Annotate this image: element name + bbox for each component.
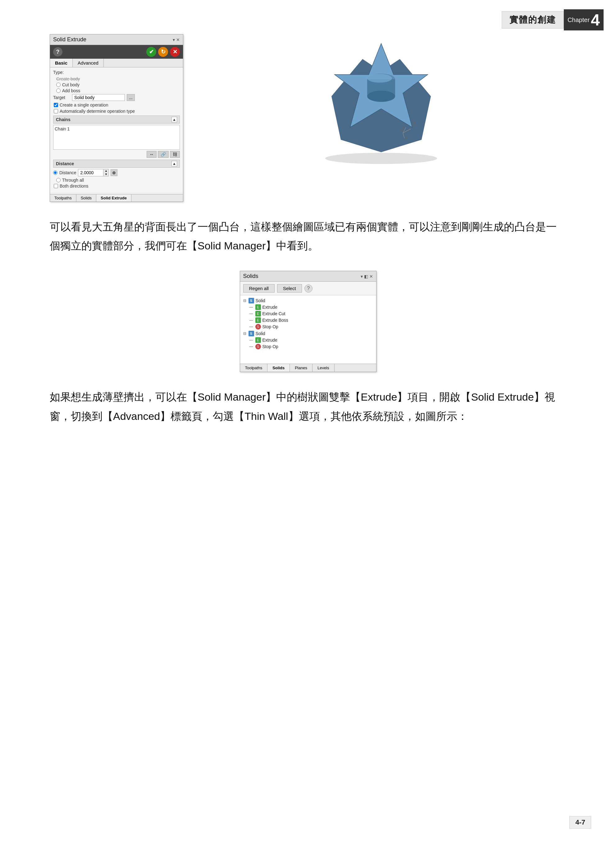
extrude-label-1: Extrude — [263, 305, 277, 310]
extrude-label-2: Extrude — [263, 338, 277, 343]
chains-edit-button[interactable]: 🔗 — [158, 151, 169, 158]
footer-tab-toolpaths[interactable]: Toolpaths — [50, 195, 76, 202]
chapter-title: 實體的創建 — [502, 11, 564, 29]
solid-icon-1: S — [248, 298, 254, 303]
solid-label-1: Solid — [256, 298, 265, 303]
solids-toolbar: Regen all Select ? — [240, 282, 376, 295]
chain-item-1[interactable]: Chain 1 — [55, 126, 178, 131]
dialog-footer-tabs: Toolpaths Solids Solid Extrude — [50, 194, 183, 202]
distance-radio[interactable] — [53, 170, 57, 175]
solids-footer-tab-levels[interactable]: Levels — [312, 364, 334, 372]
target-input[interactable] — [72, 94, 125, 101]
add-boss-radio[interactable] — [56, 88, 60, 93]
apply-button[interactable]: ↻ — [158, 47, 168, 57]
extrude-cut-icon: E — [255, 311, 261, 316]
line-icon-2: — — [249, 312, 253, 316]
chains-section-header: Chains ▲ — [53, 116, 180, 124]
chains-add-button[interactable]: ↔ — [147, 151, 157, 158]
single-operation-label: Create a single operation — [60, 103, 108, 107]
auto-determine-label: Automatically determine operation type — [60, 109, 135, 114]
through-all-option[interactable]: Through all — [56, 178, 180, 183]
distance-down-button[interactable]: ▼ — [103, 173, 109, 176]
create-body-option: Create body — [56, 76, 180, 81]
auto-determine-checkbox-row[interactable]: Automatically determine operation type — [54, 109, 180, 114]
solid-icon-2: S — [248, 331, 254, 336]
target-label: Target — [53, 95, 70, 100]
chapter-label: Chapter — [568, 16, 590, 23]
expand-icon-2: ⊟ — [243, 331, 246, 336]
distance-spinner: ▲ ▼ — [103, 169, 109, 176]
paragraph-1: 可以看見大五角星的背面長出了一個凸台，這樣整個繪圖區域已有兩個實體，可以注意到剛… — [50, 217, 566, 255]
dialog-title: Solid Extrude — [53, 36, 87, 43]
tree-item-extrude-cut[interactable]: — E Extrude Cut — [243, 311, 373, 316]
solids-title: Solids — [243, 273, 258, 280]
both-directions-checkbox[interactable] — [54, 184, 58, 188]
page-header: 實體的創建 Chapter 4 — [502, 9, 604, 31]
svg-point-7 — [367, 74, 392, 83]
solids-titlebar: Solids ▾ ◧ ✕ — [240, 271, 376, 282]
both-directions-row[interactable]: Both directions — [54, 183, 180, 189]
distance-type-label: Distance — [59, 170, 76, 175]
distance-value-input[interactable] — [78, 170, 103, 176]
solids-help-icon[interactable]: ? — [304, 284, 312, 293]
chains-list: Chain 1 — [53, 125, 180, 150]
ok-button[interactable]: ✔ — [146, 47, 156, 57]
close-icon[interactable]: ✕ — [176, 37, 180, 42]
line-icon-6: — — [249, 344, 253, 349]
tab-advanced[interactable]: Advanced — [73, 59, 104, 67]
distance-up-button[interactable]: ▲ — [103, 169, 109, 173]
svg-text:Y: Y — [412, 121, 417, 127]
add-boss-option[interactable]: Add boss — [56, 88, 180, 93]
cancel-button[interactable]: ✕ — [170, 47, 180, 57]
dialog-tabs: Basic Advanced — [50, 59, 183, 67]
single-operation-checkbox[interactable] — [54, 103, 58, 107]
tree-item-extrude-1[interactable]: — E Extrude — [243, 304, 373, 310]
tree-item-solid-1[interactable]: ⊟ S Solid — [243, 298, 373, 303]
solids-pin-icon[interactable]: ▾ — [361, 274, 363, 279]
distance-collapse-button[interactable]: ▲ — [172, 161, 177, 167]
chains-remove-button[interactable]: ⛓ — [170, 151, 180, 158]
tree-item-stop-op-2[interactable]: — S Stop Op — [243, 344, 373, 349]
tab-basic[interactable]: Basic — [50, 59, 73, 67]
tree-item-extrude-boss[interactable]: — E Extrude Boss — [243, 317, 373, 323]
chains-collapse-button[interactable]: ▲ — [172, 117, 177, 122]
footer-tab-solids[interactable]: Solids — [76, 195, 96, 202]
extrude-boss-icon: E — [255, 317, 261, 323]
tree-item-stop-op-1[interactable]: — S Stop Op — [243, 324, 373, 330]
svg-point-0 — [325, 153, 437, 164]
dialog-titlebar: Solid Extrude ▾ ✕ — [50, 34, 183, 45]
toolbar-action-icons: ✔ ↻ ✕ — [146, 47, 180, 57]
line-icon-5: — — [249, 338, 253, 342]
extrude-cut-label: Extrude Cut — [263, 311, 286, 316]
solids-footer-tab-toolpaths[interactable]: Toolpaths — [240, 364, 268, 372]
select-button[interactable]: Select — [277, 284, 302, 293]
expand-icon-1: ⊟ — [243, 299, 246, 303]
chapter-number: 4 — [591, 12, 600, 28]
extrude-boss-label: Extrude Boss — [263, 318, 288, 323]
tree-item-solid-2[interactable]: ⊟ S Solid — [243, 331, 373, 336]
single-operation-checkbox-row[interactable]: Create a single operation — [54, 103, 180, 107]
pin-icon[interactable]: ▾ — [173, 37, 175, 42]
target-browse-button[interactable]: ... — [127, 94, 135, 101]
distance-section-header: Distance ▲ — [53, 160, 180, 168]
distance-label: Distance — [56, 161, 74, 166]
through-all-radio[interactable] — [56, 178, 60, 182]
solids-footer-tab-planes[interactable]: Planes — [290, 364, 312, 372]
chapter-label-box: Chapter 4 — [564, 9, 604, 31]
distance-extra-button[interactable]: ⊕ — [111, 169, 117, 176]
solid-extrude-dialog: Solid Extrude ▾ ✕ ? ✔ ↻ ✕ Basic Advanced — [50, 34, 183, 202]
svg-text:X: X — [404, 135, 409, 141]
stop-op-icon-1: S — [255, 324, 261, 330]
regen-all-button[interactable]: Regen all — [243, 284, 274, 293]
dialog-title-controls: ▾ ✕ — [173, 37, 180, 42]
cut-body-radio[interactable] — [56, 83, 60, 87]
tree-item-extrude-2[interactable]: — E Extrude — [243, 337, 373, 343]
solids-dock-icon[interactable]: ◧ — [364, 274, 368, 279]
cut-body-option[interactable]: Cut body — [56, 82, 180, 87]
auto-determine-checkbox[interactable] — [54, 109, 58, 113]
solids-close-icon[interactable]: ✕ — [370, 274, 373, 279]
solids-section: Solids ▾ ◧ ✕ Regen all Select ? ⊟ S Soli… — [50, 271, 566, 372]
footer-tab-solid-extrude[interactable]: Solid Extrude — [96, 195, 131, 202]
solids-footer-tab-solids[interactable]: Solids — [267, 364, 290, 372]
help-icon[interactable]: ? — [53, 47, 62, 57]
